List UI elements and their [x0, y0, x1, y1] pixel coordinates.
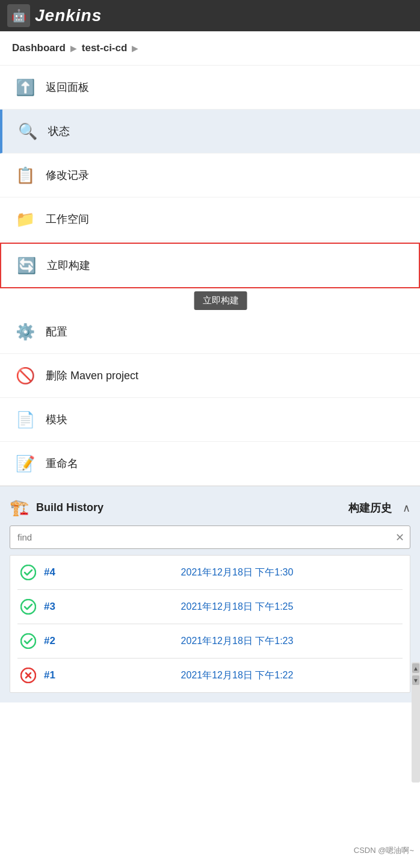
- modules-label: 模块: [46, 412, 67, 427]
- build-number-4[interactable]: #4: [44, 566, 67, 578]
- build-status-success-icon: [20, 633, 37, 649]
- status-label: 状态: [48, 124, 70, 138]
- svg-point-1: [21, 600, 36, 614]
- changes-icon: 📋: [14, 164, 36, 186]
- search-input[interactable]: [10, 525, 410, 549]
- build-entry-2: #22021年12月18日 下午1:23: [17, 624, 403, 659]
- nav-list: ⬆️返回面板🔍状态📋修改记录📁工作空间🔄立即构建立即构建⚙️配置🚫删除 Mave…: [0, 66, 420, 486]
- sidebar-item-status[interactable]: 🔍状态: [0, 110, 420, 153]
- rename-label: 重命名: [46, 456, 78, 471]
- jenkins-avatar-icon: 🤖: [7, 4, 30, 27]
- build-history-title-en: Build History: [36, 501, 341, 514]
- build-history-header: 🏗️ Build History 构建历史 ∧: [10, 498, 410, 517]
- sidebar-item-changes[interactable]: 📋修改记录: [0, 153, 420, 197]
- watermark: CSDN @嗯油啊~: [354, 845, 414, 856]
- back-label: 返回面板: [46, 80, 89, 95]
- modules-icon: 📄: [14, 409, 36, 430]
- build-history-icon: 🏗️: [10, 498, 29, 517]
- build-history-section: 🏗️ Build History 构建历史 ∧ ✕ #42021年12月18日 …: [0, 486, 420, 702]
- jenkins-logo: 🤖 Jenkins: [7, 4, 102, 27]
- build-entry-1: #12021年12月18日 下午1:22: [17, 659, 403, 692]
- build-now-icon: 🔄: [16, 255, 37, 276]
- scroll-down-button[interactable]: ▼: [412, 675, 419, 685]
- build-date-4[interactable]: 2021年12月18日 下午1:30: [74, 566, 400, 579]
- svg-point-0: [21, 565, 36, 580]
- app-header: 🤖 Jenkins: [0, 0, 420, 31]
- svg-point-2: [21, 634, 36, 648]
- breadcrumb-sep-1: ▶: [70, 43, 77, 53]
- build-number-2[interactable]: #2: [44, 635, 67, 647]
- build-status-success-icon: [20, 564, 37, 581]
- build-entries-list: #42021年12月18日 下午1:30#32021年12月18日 下午1:25…: [10, 555, 410, 693]
- sidebar-item-back[interactable]: ⬆️返回面板: [0, 66, 420, 110]
- changes-label: 修改记录: [46, 168, 89, 182]
- sidebar-item-rename[interactable]: 📝重命名: [0, 442, 420, 486]
- search-clear-icon[interactable]: ✕: [395, 531, 404, 544]
- build-entry-4: #42021年12月18日 下午1:30: [17, 556, 403, 590]
- build-number-1[interactable]: #1: [44, 669, 67, 681]
- build-date-1[interactable]: 2021年12月18日 下午1:22: [74, 669, 400, 682]
- collapse-icon[interactable]: ∧: [403, 501, 410, 515]
- build-history-title-zh: 构建历史: [348, 501, 392, 515]
- workspace-icon: 📁: [14, 208, 36, 230]
- rename-icon: 📝: [14, 453, 36, 474]
- build-date-2[interactable]: 2021年12月18日 下午1:23: [74, 635, 400, 648]
- sidebar-item-workspace[interactable]: 📁工作空间: [0, 197, 420, 241]
- breadcrumb-sep-2: ▶: [132, 43, 138, 53]
- build-entry-3: #32021年12月18日 下午1:25: [17, 590, 403, 624]
- breadcrumb-project[interactable]: test-ci-cd: [82, 42, 128, 54]
- delete-icon: 🚫: [14, 365, 36, 386]
- configure-label: 配置: [46, 324, 67, 339]
- sidebar-item-configure[interactable]: ⚙️配置: [0, 310, 420, 354]
- search-container: ✕: [10, 525, 410, 549]
- sidebar-item-delete[interactable]: 🚫删除 Maven project: [0, 354, 420, 398]
- build-number-3[interactable]: #3: [44, 601, 67, 613]
- back-icon: ⬆️: [14, 76, 36, 98]
- scrollbar: ▲ ▼: [412, 662, 420, 783]
- app-title: Jenkins: [35, 6, 102, 25]
- sidebar-item-build-now[interactable]: 🔄立即构建立即构建: [0, 243, 420, 288]
- build-date-3[interactable]: 2021年12月18日 下午1:25: [74, 601, 400, 613]
- build-now-label: 立即构建: [47, 258, 90, 273]
- delete-label: 删除 Maven project: [46, 368, 138, 383]
- scroll-up-button[interactable]: ▲: [412, 663, 419, 673]
- sidebar-nav: ⬆️返回面板🔍状态📋修改记录📁工作空间🔄立即构建立即构建⚙️配置🚫删除 Mave…: [0, 66, 420, 486]
- workspace-label: 工作空间: [46, 212, 89, 226]
- build-now-tooltip: 立即构建: [194, 291, 247, 310]
- configure-icon: ⚙️: [14, 321, 36, 343]
- sidebar-item-modules[interactable]: 📄模块: [0, 398, 420, 442]
- build-status-failure-icon: [20, 667, 37, 684]
- breadcrumb: Dashboard ▶ test-ci-cd ▶: [0, 31, 420, 66]
- build-status-success-icon: [20, 598, 37, 615]
- breadcrumb-dashboard[interactable]: Dashboard: [12, 42, 66, 54]
- status-icon: 🔍: [17, 120, 39, 142]
